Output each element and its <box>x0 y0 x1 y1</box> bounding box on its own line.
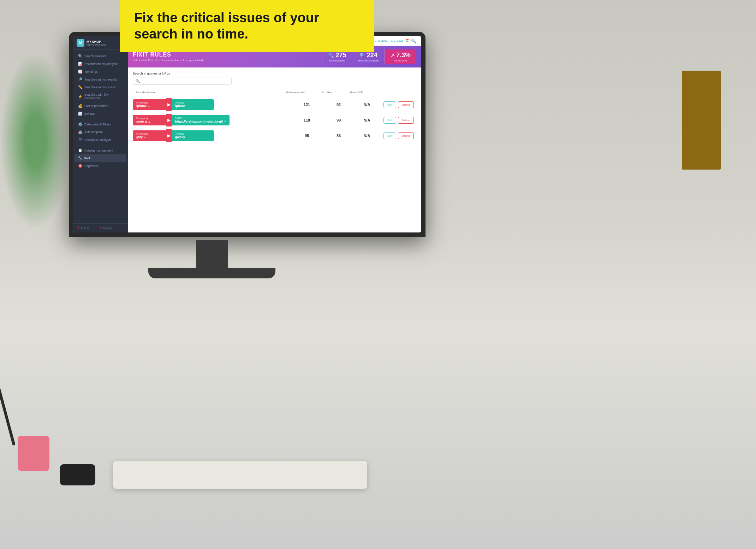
search-bar-area: Search in queries or URLs 🔍 <box>133 72 416 85</box>
tutorial-link[interactable]: ❓ Tutorial <box>77 226 89 230</box>
plant-decoration <box>0 53 71 230</box>
sidebar-item-categories[interactable]: ⚙️ Categories & Filters <box>75 120 126 128</box>
phone-decoration <box>60 464 95 485</box>
sidebar-item-fixit[interactable]: 🔧 Fixit <box>75 154 126 162</box>
from-box-1: From query iphnoe ▲ <box>133 99 166 110</box>
monitor-stand-neck <box>196 240 228 268</box>
table-row: From query iphnoe ▲ ▶ To query ipho <box>133 98 416 111</box>
sidebar-item-searches-no-clicks[interactable]: ✏️ Searches without clicks <box>75 83 126 91</box>
arrow-connector-3: ▶ <box>166 129 172 142</box>
from-query-1: iphnoe ▲ <box>136 104 163 108</box>
sidebar-logo[interactable]: M MY SHOP http://e-shop.com ▾ <box>73 36 128 50</box>
sidebar-item-low-conv[interactable]: ⚡ Searches with low conversions <box>75 91 126 102</box>
edit-button-3[interactable]: Edit <box>383 132 396 139</box>
sidebar-item-label: Exit rate <box>84 112 95 116</box>
content-area: Search in queries or URLs 🔍 Fixit defini… <box>128 67 421 232</box>
warning-icon: ▲ <box>144 136 146 138</box>
rule-definition-1: From query iphnoe ▲ ▶ To query ipho <box>133 98 289 111</box>
description-icon: ☰ <box>78 138 82 142</box>
monitor-frame: M MY SHOP http://e-shop.com ▾ 🔍 Search a… <box>69 32 425 237</box>
sidebar: M MY SHOP http://e-shop.com ▾ 🔍 Search a… <box>73 36 128 232</box>
shop-url: http://e-shop.com <box>87 43 121 46</box>
main-content: ◆ Showing all data ▾ Timeframe: 7. 2. 20… <box>128 36 421 232</box>
sidebar-item-label: Recommenders analytics <box>84 62 118 66</box>
logo-text: MY SHOP http://e-shop.com <box>87 40 121 46</box>
sidebar-item-recommenders[interactable]: 📊 Recommenders analytics <box>75 60 126 67</box>
search-icon[interactable]: 🔍 <box>411 39 416 43</box>
to-box-1: To query iphone <box>172 99 214 110</box>
sidebar-item-label: Description analysis <box>84 138 111 142</box>
sidebar-item-label: Categories & Filters <box>84 123 111 126</box>
fixit-title: FIXIT RULES <box>133 52 204 58</box>
sidebar-item-label: Lost opportunities <box>84 104 108 108</box>
stat-fixits-number: 🔧 275 <box>328 52 346 59</box>
table-header: Fixit definition Rule executed Profiles … <box>133 89 416 96</box>
banner-text: Fix the critical issues of your search i… <box>134 10 360 42</box>
warning-icon: ▲ <box>148 105 150 107</box>
sidebar-item-search-analytics[interactable]: 🔍 Search analytics <box>75 52 126 60</box>
wrench-icon: 🔧 <box>328 53 334 58</box>
delete-button-2[interactable]: Delete <box>398 117 414 124</box>
stat-searches-label: searches produced <box>358 59 379 62</box>
sidebar-item-searches-no-results[interactable]: 🔎 Searches without results <box>75 76 126 83</box>
sidebar-item-label: Segments <box>84 164 98 168</box>
recommenders-icon: 📊 <box>78 62 82 66</box>
col-executed: Rule executed <box>286 91 322 94</box>
sidebar-item-label: Searches without results <box>84 78 117 81</box>
calendar-icon[interactable]: 📅 <box>405 39 409 42</box>
to-label-2: To URL <box>175 117 226 119</box>
sidebar-item-trendings[interactable]: 📈 Trendings <box>75 68 126 75</box>
arrow-connector-2: ▶ <box>166 114 172 126</box>
from-label-2: From query <box>136 117 163 119</box>
search-input[interactable] <box>133 77 232 85</box>
sidebar-item-label: Autocomplete <box>84 130 103 134</box>
sidebar-item-label: Searches with low conversions <box>84 93 123 100</box>
edit-button-2[interactable]: Edit <box>383 117 396 124</box>
profiles-2: 99 <box>325 118 353 122</box>
rule-definition-2: From query moto g ▲ ▶ To URL https: <box>133 114 289 126</box>
sidebar-item-autocomplete[interactable]: 🤖 Autocomplete <box>75 128 126 136</box>
categories-icon: ⚙️ <box>78 122 82 126</box>
sidebar-item-description[interactable]: ☰ Description analysis <box>75 136 126 143</box>
warning-icon: ▲ <box>148 120 150 123</box>
app-container: M MY SHOP http://e-shop.com ▾ 🔍 Search a… <box>73 36 421 232</box>
table-row: From query moto g ▲ ▶ To URL https: <box>133 114 416 126</box>
col-definition: Fixit definition <box>136 91 286 94</box>
from-query-3: glxy ▲ <box>136 135 163 139</box>
edit-button-1[interactable]: Edit <box>383 101 396 108</box>
to-value-1: iphone <box>175 104 210 108</box>
delete-button-1[interactable]: Delete <box>398 101 414 108</box>
lost-opp-icon: 💰 <box>78 104 82 108</box>
exit-rate-icon: 📉 <box>78 112 82 116</box>
sidebar-item-exit-rate[interactable]: 📉 Exit rate <box>75 110 126 117</box>
to-label-1: To query <box>175 101 210 104</box>
rule-executed-3: 95 <box>289 134 325 138</box>
arrow-connector-1: ▶ <box>166 98 172 111</box>
searches-no-clicks-icon: ✏️ <box>78 85 82 89</box>
search-analytics-icon: 🔍 <box>78 54 82 58</box>
sidebar-nav: 🔍 Search analytics 📊 Recommenders analyt… <box>73 50 128 223</box>
delete-button-3[interactable]: Delete <box>398 132 414 139</box>
low-conv-icon: ⚡ <box>78 95 82 99</box>
searches-no-results-icon: 🔎 <box>78 77 82 81</box>
rule-cvr-2: N/A <box>353 118 381 122</box>
search-input-wrap: 🔍 <box>133 77 232 85</box>
from-query-2: moto g ▲ <box>136 120 163 123</box>
sidebar-item-segments[interactable]: 🎯 Segments <box>75 162 126 170</box>
sidebar-item-label: Trendings <box>84 70 97 73</box>
from-label-3: From query <box>136 132 163 135</box>
trendings-icon: 📈 <box>78 70 82 73</box>
books-decoration <box>682 71 721 170</box>
sidebar-item-label: Search analytics <box>84 54 106 58</box>
sidebar-item-lost-opp[interactable]: 💰 Lost opportunities <box>75 102 126 110</box>
sidebar-item-label: Fixit <box>84 157 90 160</box>
support-link[interactable]: ❓ Support <box>99 226 112 230</box>
timeframe-dates: 7. 2. 2021 – 9. 3. 2021 <box>375 39 403 42</box>
from-box-2: From query moto g ▲ <box>133 115 166 125</box>
stat-conversions-number: ↗ 7.3% <box>391 52 411 59</box>
sidebar-item-catalog[interactable]: 📋 Catalog management <box>75 147 126 154</box>
fixit-title-area: FIXIT RULES List of active Fixit rules. … <box>133 52 204 62</box>
rule-executed-2: 118 <box>289 118 325 122</box>
mug-decoration <box>18 436 49 471</box>
fixit-icon: 🔧 <box>78 156 82 160</box>
